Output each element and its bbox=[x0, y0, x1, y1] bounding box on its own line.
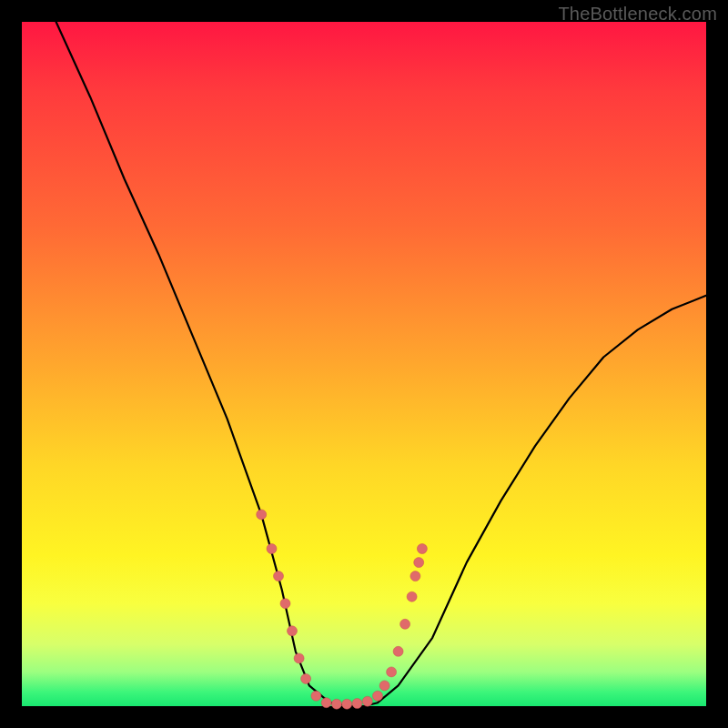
highlight-dot bbox=[417, 544, 427, 554]
highlight-dot bbox=[321, 698, 331, 708]
highlight-dot bbox=[294, 653, 304, 663]
highlight-dot bbox=[373, 691, 383, 701]
curve-layer bbox=[22, 22, 706, 706]
highlight-dot bbox=[387, 667, 397, 677]
highlight-dot bbox=[410, 571, 420, 581]
highlight-dot bbox=[267, 544, 277, 554]
highlight-dot bbox=[400, 619, 410, 629]
highlight-dot bbox=[280, 599, 290, 609]
highlight-dot bbox=[379, 681, 389, 691]
highlight-dots bbox=[257, 510, 428, 709]
highlight-dot bbox=[362, 696, 372, 706]
highlight-dot bbox=[301, 673, 311, 683]
plot-area bbox=[22, 22, 706, 706]
highlight-dot bbox=[342, 699, 352, 709]
highlight-dot bbox=[257, 510, 267, 520]
highlight-dot bbox=[352, 699, 362, 709]
bottleneck-curve bbox=[56, 22, 706, 706]
highlight-dot bbox=[274, 571, 284, 581]
highlight-dot bbox=[393, 646, 403, 656]
highlight-dot bbox=[288, 626, 298, 636]
highlight-dot bbox=[311, 691, 321, 701]
highlight-dot bbox=[331, 699, 341, 709]
highlight-dot bbox=[414, 558, 424, 568]
chart-frame: TheBottleneck.com bbox=[0, 0, 728, 728]
watermark-text: TheBottleneck.com bbox=[558, 4, 717, 25]
highlight-dot bbox=[407, 592, 417, 602]
